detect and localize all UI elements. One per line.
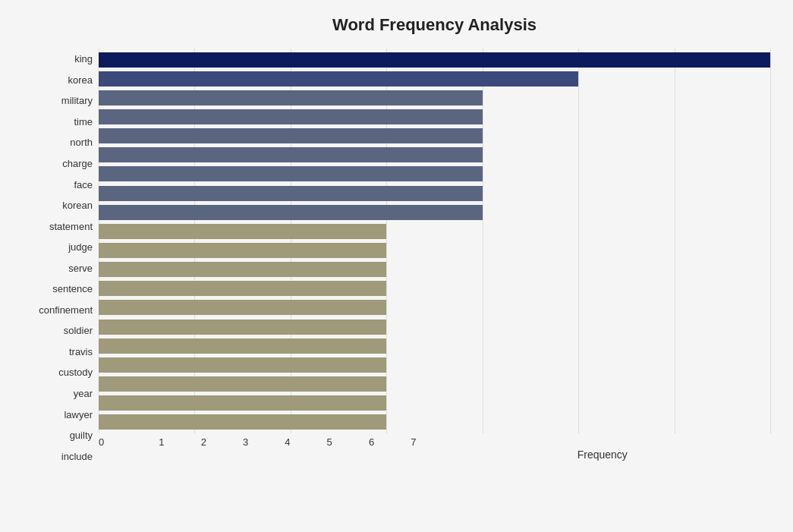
chart-area: kingkoreamilitarytimenorthchargefacekore…: [23, 49, 770, 467]
bar-row-military: [99, 90, 770, 106]
x-tick-0: 0: [99, 436, 140, 448]
bar-king: [99, 52, 770, 68]
bars-container: [99, 49, 770, 433]
bar-charge: [99, 147, 483, 162]
bar-north: [99, 128, 483, 143]
plot-area: 01234567 Frequency: [99, 49, 770, 467]
bar-row-guilty: [99, 395, 770, 411]
bar-row-sentence: [99, 261, 770, 278]
bar-time: [99, 109, 483, 124]
x-axis: 01234567 Frequency: [99, 436, 770, 467]
bar-judge: [99, 224, 386, 239]
bar-row-charge: [99, 146, 770, 163]
bar-lawyer: [99, 376, 386, 392]
y-label-statement: statement: [49, 216, 93, 237]
x-tick-6: 6: [351, 436, 392, 448]
y-label-face: face: [74, 174, 93, 195]
y-label-travis: travis: [69, 342, 93, 363]
x-tick-1: 1: [140, 436, 182, 448]
x-axis-label: Frequency: [435, 449, 771, 461]
bar-row-korean: [99, 185, 770, 202]
bar-year: [99, 357, 386, 373]
chart-title: Word Frequency Analysis: [99, 15, 770, 35]
bar-korea: [99, 71, 578, 87]
y-label-charge: charge: [62, 153, 93, 175]
bar-row-judge: [99, 223, 770, 240]
bar-row-soldier: [99, 299, 770, 316]
bar-row-include: [99, 414, 770, 430]
x-tick-5: 5: [309, 436, 351, 448]
bar-row-serve: [99, 242, 770, 259]
bar-row-face: [99, 165, 770, 182]
y-label-lawyer: lawyer: [64, 404, 93, 425]
y-label-time: time: [74, 112, 93, 133]
y-axis: kingkoreamilitarytimenorthchargefacekore…: [23, 49, 99, 467]
bar-sentence: [99, 262, 386, 277]
x-ticks: 01234567: [99, 436, 435, 448]
grid-and-bars: [99, 49, 770, 433]
bar-row-time: [99, 109, 770, 125]
y-label-north: north: [70, 132, 93, 153]
bar-row-king: [99, 52, 770, 68]
bar-row-custody: [99, 338, 770, 354]
bar-confinement: [99, 281, 386, 296]
y-label-confinement: confinement: [39, 300, 93, 321]
x-tick-3: 3: [225, 436, 266, 448]
bar-soldier: [99, 300, 386, 315]
y-label-korea: korea: [68, 70, 93, 91]
bar-statement: [99, 205, 483, 220]
bar-row-korea: [99, 71, 770, 87]
bar-row-confinement: [99, 280, 770, 297]
bar-row-statement: [99, 204, 770, 221]
y-label-year: year: [74, 383, 93, 405]
y-label-korean: korean: [62, 195, 93, 216]
bar-serve: [99, 243, 386, 258]
y-label-king: king: [74, 49, 93, 70]
bar-korean: [99, 186, 483, 201]
grid-line-7: [770, 49, 771, 433]
bar-include: [99, 414, 386, 430]
x-tick-2: 2: [183, 436, 225, 448]
chart-container: Word Frequency Analysis kingkoreamilitar…: [0, 0, 793, 532]
bar-row-year: [99, 357, 770, 373]
y-label-military: military: [61, 90, 93, 112]
y-label-guilty: guilty: [70, 425, 93, 446]
bar-row-lawyer: [99, 376, 770, 392]
y-label-custody: custody: [58, 362, 93, 383]
bar-row-travis: [99, 319, 770, 335]
bar-face: [99, 166, 483, 181]
bar-custody: [99, 338, 386, 354]
bar-travis: [99, 320, 386, 335]
y-label-judge: judge: [68, 237, 93, 258]
y-label-sentence: sentence: [52, 279, 93, 300]
y-label-serve: serve: [68, 257, 93, 279]
bar-military: [99, 90, 483, 105]
bar-row-north: [99, 127, 770, 144]
bar-guilty: [99, 395, 386, 411]
x-tick-7: 7: [392, 436, 434, 448]
x-tick-4: 4: [266, 436, 308, 448]
y-label-soldier: soldier: [64, 320, 93, 342]
y-label-include: include: [61, 445, 93, 467]
